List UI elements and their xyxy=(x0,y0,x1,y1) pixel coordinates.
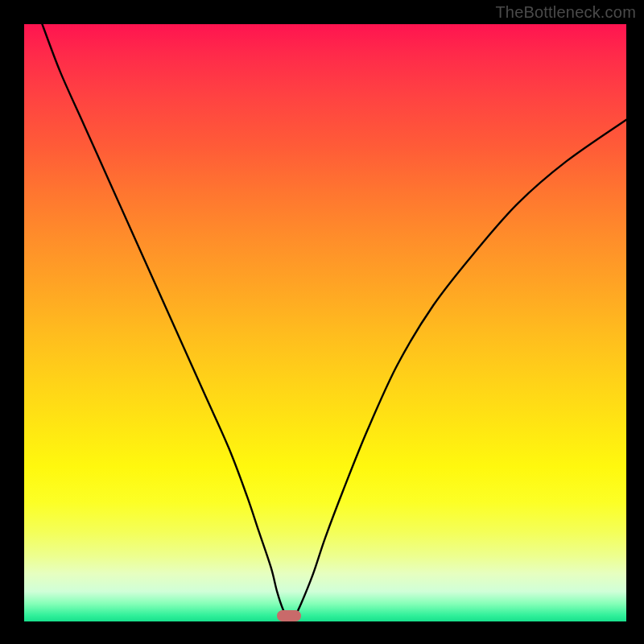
chart-plot-area xyxy=(24,24,626,621)
watermark-text: TheBottleneck.com xyxy=(495,3,636,22)
bottleneck-curve xyxy=(24,24,626,621)
optimal-marker xyxy=(277,610,301,621)
